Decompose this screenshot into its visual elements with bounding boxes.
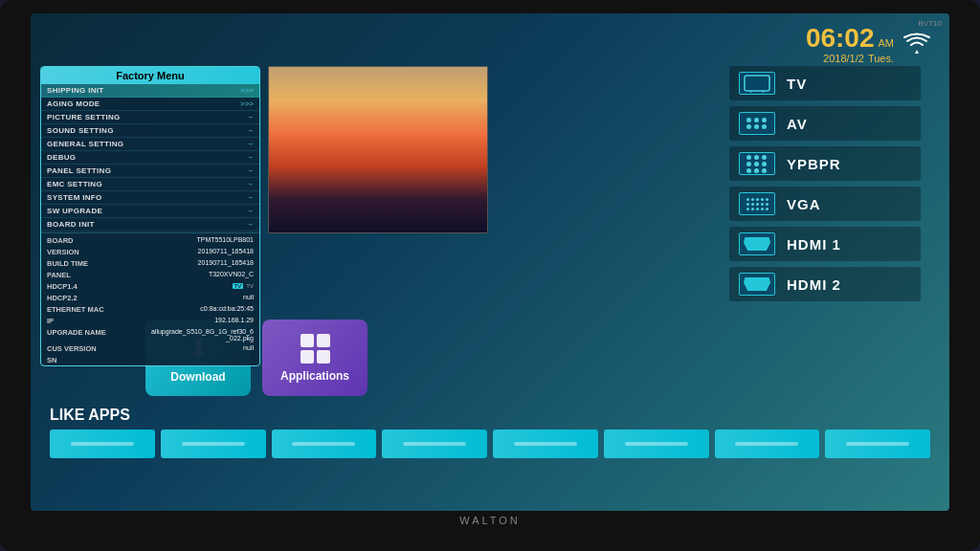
- menu-item-shipping[interactable]: SHIPPING INIT >>>: [41, 84, 259, 98]
- input-vga-label: VGA: [787, 196, 821, 212]
- input-av-label: AV: [787, 116, 808, 132]
- input-hdmi2-label: HDMI 2: [787, 276, 841, 293]
- like-app-4[interactable]: [382, 430, 487, 458]
- clock-area: 06:02 AM 2018/1/2 Tues.: [806, 25, 930, 66]
- info-hdcp22: HDCP2.2 null: [41, 292, 259, 303]
- menu-item-panel[interactable]: PANEL SETTING →: [41, 165, 259, 178]
- factory-menu: Factory Menu SHIPPING INIT >>> AGING MOD…: [40, 66, 260, 366]
- applications-label: Applications: [280, 369, 349, 383]
- svg-rect-0: [745, 76, 769, 91]
- info-cusversion: CUS VERSION null: [41, 342, 259, 354]
- preview-image: [268, 66, 488, 233]
- input-hdmi1-label: HDMI 1: [787, 236, 841, 253]
- like-app-6[interactable]: [604, 430, 709, 458]
- factory-menu-title: Factory Menu: [41, 67, 259, 84]
- menu-item-sysinfo[interactable]: SYSTEM INFO →: [41, 191, 259, 205]
- input-ypbpr-label: YPBPR: [787, 156, 841, 172]
- info-version: VERSION 20190711_165418: [41, 246, 259, 257]
- like-app-1[interactable]: [50, 430, 155, 458]
- hdmi2-source-icon: [739, 273, 775, 296]
- download-label: Download: [170, 370, 225, 384]
- menu-item-sound[interactable]: SOUND SETTING →: [41, 124, 259, 138]
- input-av[interactable]: AV: [729, 106, 921, 141]
- like-apps-title: LIKE APPS: [50, 407, 930, 424]
- clock-day: Tues.: [868, 52, 894, 66]
- like-apps-section: LIKE APPS: [50, 407, 930, 458]
- tv-brand: WALTON: [459, 515, 521, 526]
- info-mac: ETHERNET MAC c0:8a:cd:ba:25:45: [41, 303, 259, 315]
- info-sn: SN: [41, 354, 259, 365]
- input-hdmi1[interactable]: HDMI 1: [729, 227, 921, 261]
- av-source-icon: [739, 112, 775, 135]
- menu-item-picture[interactable]: PICTURE SETTING →: [41, 111, 259, 124]
- clock-date: 2018/1/2: [823, 52, 864, 66]
- menu-item-debug[interactable]: DEBUG →: [41, 151, 259, 165]
- info-board: BOARD TPMT5510LPB801: [41, 234, 259, 246]
- input-ypbpr[interactable]: YPBPR: [729, 146, 921, 181]
- info-buildtime: BUILD TIME 20190711_165418: [41, 257, 259, 269]
- menu-item-aging[interactable]: AGING MODE >>>: [41, 98, 259, 111]
- info-hdcp14: HDCP1.4 TV TV: [41, 280, 259, 292]
- input-hdmi2[interactable]: HDMI 2: [729, 267, 921, 301]
- info-panel: PANEL T320XVN02_C: [41, 269, 259, 280]
- menu-item-general[interactable]: GENERAL SETTING →: [41, 138, 259, 151]
- apps-icon: [301, 334, 330, 364]
- like-app-5[interactable]: [493, 430, 598, 458]
- info-ip: IP 192.168.1.29: [41, 315, 259, 326]
- input-tv-label: TV: [787, 76, 807, 92]
- tv-source-icon: [739, 72, 775, 95]
- input-source-list: TV AV: [729, 66, 921, 301]
- like-app-8[interactable]: [825, 430, 930, 458]
- hdmi1-source-icon: [739, 232, 775, 255]
- vga-source-icon: [739, 192, 775, 215]
- like-app-7[interactable]: [715, 430, 820, 458]
- tv-frame: BVT10 06:02 AM 2018/1/2 Tues.: [0, 0, 980, 551]
- menu-item-emc[interactable]: EMC SETTING →: [41, 178, 259, 191]
- tv-screen: BVT10 06:02 AM 2018/1/2 Tues.: [31, 13, 949, 511]
- clock-time: 06:02: [806, 25, 875, 52]
- input-tv[interactable]: TV: [729, 66, 921, 100]
- like-app-3[interactable]: [272, 430, 377, 458]
- applications-button[interactable]: Applications: [262, 320, 368, 396]
- ypbpr-source-icon: [739, 152, 775, 175]
- like-apps-bar: [50, 430, 930, 458]
- menu-item-swupgrade[interactable]: SW UPGRADE →: [41, 205, 259, 218]
- like-app-2[interactable]: [161, 430, 266, 458]
- info-upgrade: UPGRADE NAME allupgrade_S510_8G_1G_ref30…: [41, 326, 259, 342]
- menu-item-boardinit[interactable]: BOARD INIT →: [41, 218, 259, 231]
- input-vga[interactable]: VGA: [729, 187, 921, 221]
- wifi-icon: [903, 33, 930, 58]
- clock-ampm: AM: [879, 37, 895, 49]
